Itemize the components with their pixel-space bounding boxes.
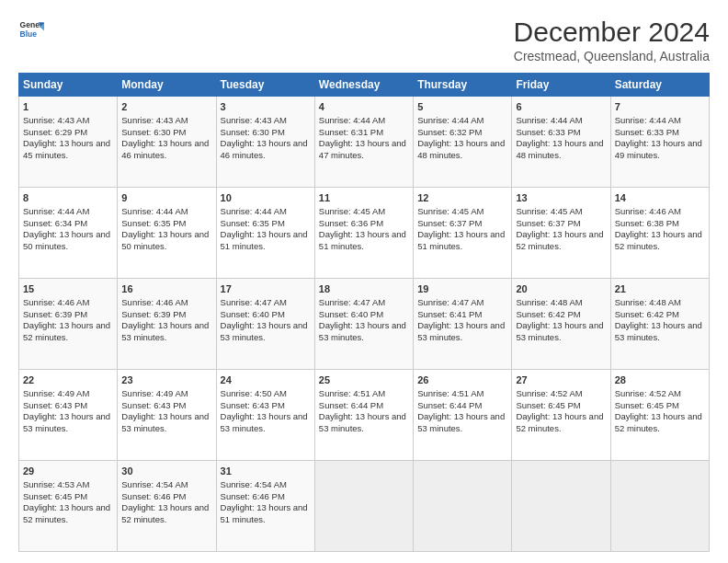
table-row: 26Sunrise: 4:51 AMSunset: 6:44 PMDayligh… xyxy=(414,370,512,461)
table-row xyxy=(414,461,512,552)
table-row: 20Sunrise: 4:48 AMSunset: 6:42 PMDayligh… xyxy=(512,279,610,370)
day-number: 8 xyxy=(23,191,113,205)
day-number: 13 xyxy=(516,191,606,205)
main-title: December 2024 xyxy=(514,17,710,47)
day-number: 16 xyxy=(121,282,211,296)
daylight: Daylight: 13 hours and 53 minutes. xyxy=(221,411,308,433)
table-row: 22Sunrise: 4:49 AMSunset: 6:43 PMDayligh… xyxy=(19,370,118,461)
sunset: Sunset: 6:45 PM xyxy=(615,400,679,410)
day-number: 24 xyxy=(221,373,311,387)
sunrise: Sunrise: 4:43 AM xyxy=(121,115,188,125)
sunset: Sunset: 6:29 PM xyxy=(23,127,87,137)
sunset: Sunset: 6:32 PM xyxy=(417,127,482,137)
table-row: 15Sunrise: 4:46 AMSunset: 6:39 PMDayligh… xyxy=(19,279,118,370)
svg-text:Blue: Blue xyxy=(20,29,38,39)
daylight: Daylight: 13 hours and 51 minutes. xyxy=(221,229,308,251)
table-row: 8Sunrise: 4:44 AMSunset: 6:34 PMDaylight… xyxy=(19,188,118,279)
daylight: Daylight: 13 hours and 48 minutes. xyxy=(516,138,603,160)
table-row: 31Sunrise: 4:54 AMSunset: 6:46 PMDayligh… xyxy=(216,461,314,552)
table-row xyxy=(610,461,709,552)
sunset: Sunset: 6:41 PM xyxy=(417,309,482,319)
sunrise: Sunrise: 4:45 AM xyxy=(516,206,582,216)
sunrise: Sunrise: 4:43 AM xyxy=(23,115,89,125)
day-number: 30 xyxy=(121,465,211,478)
daylight: Daylight: 13 hours and 53 minutes. xyxy=(417,320,505,342)
daylight: Daylight: 13 hours and 53 minutes. xyxy=(319,320,406,342)
day-number: 14 xyxy=(615,191,705,205)
col-sunday: Sunday xyxy=(19,74,118,97)
table-row: 19Sunrise: 4:47 AMSunset: 6:41 PMDayligh… xyxy=(414,279,512,370)
sunrise: Sunrise: 4:45 AM xyxy=(417,206,483,216)
sunset: Sunset: 6:38 PM xyxy=(615,218,679,228)
day-number: 31 xyxy=(221,465,311,478)
col-friday: Friday xyxy=(512,74,610,97)
daylight: Daylight: 13 hours and 53 minutes. xyxy=(23,411,110,433)
sunrise: Sunrise: 4:46 AM xyxy=(615,206,681,216)
calendar-week-row: 15Sunrise: 4:46 AMSunset: 6:39 PMDayligh… xyxy=(19,279,710,370)
daylight: Daylight: 13 hours and 53 minutes. xyxy=(121,320,209,342)
table-row: 1Sunrise: 4:43 AMSunset: 6:29 PMDaylight… xyxy=(19,97,118,188)
table-row: 3Sunrise: 4:43 AMSunset: 6:30 PMDaylight… xyxy=(216,97,314,188)
sunrise: Sunrise: 4:46 AM xyxy=(23,297,89,307)
page: General Blue December 2024 Crestmead, Qu… xyxy=(0,0,728,563)
calendar-week-row: 1Sunrise: 4:43 AMSunset: 6:29 PMDaylight… xyxy=(19,97,710,188)
daylight: Daylight: 13 hours and 52 minutes. xyxy=(615,411,702,433)
daylight: Daylight: 13 hours and 53 minutes. xyxy=(221,320,308,342)
sunrise: Sunrise: 4:49 AM xyxy=(23,388,89,398)
daylight: Daylight: 13 hours and 52 minutes. xyxy=(23,502,110,524)
table-row: 7Sunrise: 4:44 AMSunset: 6:33 PMDaylight… xyxy=(610,97,709,188)
daylight: Daylight: 13 hours and 51 minutes. xyxy=(221,502,308,524)
subtitle: Crestmead, Queensland, Australia xyxy=(514,49,710,63)
day-number: 2 xyxy=(121,100,211,114)
calendar-table: Sunday Monday Tuesday Wednesday Thursday… xyxy=(18,73,710,552)
day-number: 18 xyxy=(319,282,409,296)
day-number: 3 xyxy=(221,100,311,114)
daylight: Daylight: 13 hours and 46 minutes. xyxy=(221,138,308,160)
sunrise: Sunrise: 4:52 AM xyxy=(516,388,582,398)
sunset: Sunset: 6:45 PM xyxy=(23,491,87,501)
calendar-header-row: Sunday Monday Tuesday Wednesday Thursday… xyxy=(19,74,710,97)
day-number: 23 xyxy=(121,373,211,387)
table-row: 6Sunrise: 4:44 AMSunset: 6:33 PMDaylight… xyxy=(512,97,610,188)
daylight: Daylight: 13 hours and 49 minutes. xyxy=(615,138,702,160)
daylight: Daylight: 13 hours and 51 minutes. xyxy=(319,229,406,251)
table-row: 23Sunrise: 4:49 AMSunset: 6:43 PMDayligh… xyxy=(118,370,216,461)
calendar-week-row: 29Sunrise: 4:53 AMSunset: 6:45 PMDayligh… xyxy=(19,461,710,552)
day-number: 10 xyxy=(221,191,311,205)
daylight: Daylight: 13 hours and 53 minutes. xyxy=(615,320,702,342)
sunrise: Sunrise: 4:47 AM xyxy=(221,297,287,307)
table-row: 16Sunrise: 4:46 AMSunset: 6:39 PMDayligh… xyxy=(118,279,216,370)
day-number: 20 xyxy=(516,282,606,296)
table-row: 24Sunrise: 4:50 AMSunset: 6:43 PMDayligh… xyxy=(216,370,314,461)
sunrise: Sunrise: 4:44 AM xyxy=(23,206,89,216)
calendar-week-row: 22Sunrise: 4:49 AMSunset: 6:43 PMDayligh… xyxy=(19,370,710,461)
table-row: 14Sunrise: 4:46 AMSunset: 6:38 PMDayligh… xyxy=(610,188,709,279)
table-row: 4Sunrise: 4:44 AMSunset: 6:31 PMDaylight… xyxy=(314,97,413,188)
sunset: Sunset: 6:44 PM xyxy=(417,400,482,410)
sunset: Sunset: 6:33 PM xyxy=(615,127,679,137)
sunset: Sunset: 6:37 PM xyxy=(516,218,580,228)
sunset: Sunset: 6:39 PM xyxy=(121,309,186,319)
day-number: 12 xyxy=(417,191,507,205)
sunset: Sunset: 6:33 PM xyxy=(516,127,580,137)
day-number: 5 xyxy=(417,100,507,114)
logo: General Blue xyxy=(18,17,44,42)
sunrise: Sunrise: 4:53 AM xyxy=(23,479,89,489)
table-row: 27Sunrise: 4:52 AMSunset: 6:45 PMDayligh… xyxy=(512,370,610,461)
sunrise: Sunrise: 4:47 AM xyxy=(319,297,385,307)
table-row: 10Sunrise: 4:44 AMSunset: 6:35 PMDayligh… xyxy=(216,188,314,279)
sunset: Sunset: 6:45 PM xyxy=(516,400,580,410)
col-wednesday: Wednesday xyxy=(314,74,413,97)
daylight: Daylight: 13 hours and 53 minutes. xyxy=(319,411,406,433)
sunrise: Sunrise: 4:51 AM xyxy=(319,388,385,398)
sunrise: Sunrise: 4:52 AM xyxy=(615,388,681,398)
sunrise: Sunrise: 4:54 AM xyxy=(221,479,287,489)
table-row: 21Sunrise: 4:48 AMSunset: 6:42 PMDayligh… xyxy=(610,279,709,370)
daylight: Daylight: 13 hours and 52 minutes. xyxy=(23,320,110,342)
day-number: 9 xyxy=(121,191,211,205)
table-row xyxy=(512,461,610,552)
day-number: 4 xyxy=(319,100,409,114)
sunrise: Sunrise: 4:44 AM xyxy=(221,206,287,216)
daylight: Daylight: 13 hours and 47 minutes. xyxy=(319,138,406,160)
title-block: December 2024 Crestmead, Queensland, Aus… xyxy=(514,17,710,63)
